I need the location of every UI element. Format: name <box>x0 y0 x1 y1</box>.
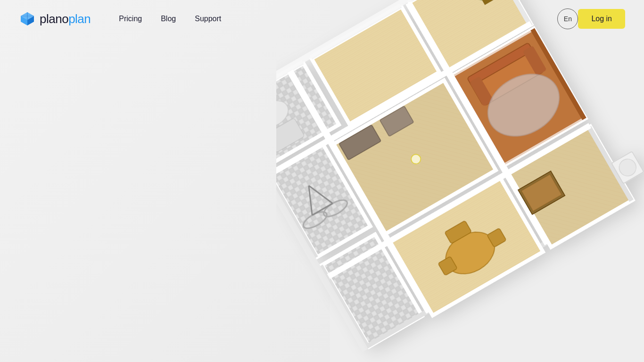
nav-links: Pricing Blog Support <box>119 15 548 23</box>
language-label: En <box>564 15 572 23</box>
logo-text: planoplan <box>40 12 91 26</box>
nav-link-pricing[interactable]: Pricing <box>119 15 142 23</box>
navbar: planoplan Pricing Blog Support En Log in <box>0 0 644 38</box>
language-selector[interactable]: En <box>557 8 578 29</box>
login-button[interactable]: Log in <box>578 9 625 29</box>
nav-link-blog[interactable]: Blog <box>161 15 176 23</box>
floorplan-visualization <box>276 0 644 362</box>
nav-link-support[interactable]: Support <box>195 15 221 23</box>
logo-link[interactable]: planoplan <box>19 10 91 27</box>
logo-icon <box>19 10 36 27</box>
